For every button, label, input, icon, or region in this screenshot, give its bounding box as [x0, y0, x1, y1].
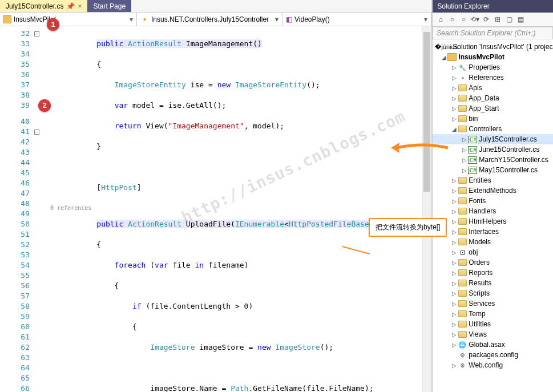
tree-item[interactable]: ▷Entities	[433, 175, 553, 185]
folder-icon	[458, 259, 467, 266]
tree-item[interactable]: ▷References	[433, 72, 553, 83]
chevron-down-icon: ▾	[275, 15, 278, 23]
folder-icon	[458, 269, 467, 276]
folder-icon	[458, 228, 467, 235]
tree-item[interactable]: ▷Orders	[433, 257, 553, 268]
tree-item[interactable]: ▷Fonts	[433, 196, 553, 206]
tree-item[interactable]: ▷HtmlHelpers	[433, 216, 553, 227]
folder-icon	[458, 197, 467, 204]
solution-toolbar: ⌂ ○ ○ ⟲▾ ⟳ ⊞ ▢ ▤	[433, 13, 553, 27]
cs-icon: C#	[468, 167, 477, 174]
tree-item[interactable]: ▷Handlers	[433, 206, 553, 216]
tree-file[interactable]: packages.config	[433, 350, 553, 360]
nav-namespace[interactable]: InsusMvcPilot▾	[0, 13, 137, 26]
tree-item[interactable]: ▷Results	[433, 278, 553, 288]
tree-file[interactable]: ▷C#May15Controller.cs	[433, 165, 553, 175]
line-gutter: 3233343536373839404142434445464748495051…	[0, 26, 34, 392]
folder-icon	[458, 310, 467, 317]
folder-icon	[458, 280, 467, 286]
nav-method[interactable]: ◧VideoPlay()▾	[282, 13, 431, 26]
refresh-icon[interactable]: ⟳	[482, 15, 491, 24]
collapse-icon[interactable]: ⊞	[493, 15, 502, 24]
solution-node[interactable]: �júniusSolution 'InsusMvcPilot' (1 proje…	[433, 42, 553, 52]
forward-icon[interactable]: ○	[459, 15, 468, 24]
tree-file[interactable]: ▷Web.config	[433, 360, 553, 370]
tree-item[interactable]: ▷Utilities	[433, 319, 553, 329]
solution-tree: �júniusSolution 'InsusMvcPilot' (1 proje…	[433, 39, 553, 392]
codelens-refs[interactable]: 0 references	[50, 203, 91, 213]
tree-item[interactable]: ▷App_Data	[433, 93, 553, 103]
folder-icon	[458, 290, 467, 297]
folder-icon	[458, 177, 467, 184]
folder-icon	[458, 208, 467, 215]
vertical-scrollbar[interactable]	[422, 26, 431, 392]
code-editor[interactable]: public ActionResult ImageManagement() { …	[34, 26, 431, 392]
solution-explorer-title: Solution Explorer	[433, 0, 553, 13]
tab-bar: July15Controller.cs📌× Start Page	[0, 0, 431, 13]
folder-icon	[458, 126, 467, 132]
asax-icon: 🌐	[458, 341, 467, 349]
tree-item[interactable]: ▷Apis	[433, 83, 553, 93]
cs-icon: C#	[468, 146, 477, 153]
class-icon: 🔸	[140, 15, 149, 23]
scroll-thumb[interactable]	[423, 32, 430, 192]
tree-item[interactable]: ▷⊡obj	[433, 247, 553, 257]
namespace-icon	[3, 15, 11, 23]
tab-start-page[interactable]: Start Page	[87, 0, 131, 12]
folder-icon	[458, 84, 467, 91]
folder-icon	[458, 115, 467, 122]
folder-icon	[458, 95, 467, 102]
folder-icon	[458, 239, 467, 245]
references-icon	[458, 75, 467, 80]
tree-item[interactable]: ▷App_Start	[433, 103, 553, 114]
tree-item[interactable]: ▷bin	[433, 114, 553, 124]
nav-bar: InsusMvcPilot▾ 🔸Insus.NET.Controllers.Ju…	[0, 13, 431, 26]
properties-icon[interactable]: ▤	[516, 15, 525, 24]
project-icon	[447, 53, 457, 61]
nav-class[interactable]: 🔸Insus.NET.Controllers.July15Controller▾	[137, 13, 282, 26]
chevron-down-icon: ▾	[424, 15, 427, 23]
tree-item[interactable]: ▷Interfaces	[433, 227, 553, 237]
pin-icon[interactable]: 📌	[66, 2, 75, 10]
chevron-down-icon: ▾	[130, 15, 133, 23]
sync-icon[interactable]: ⟲▾	[470, 15, 479, 24]
tree-item[interactable]: ▷Temp	[433, 309, 553, 319]
annotation-marker-1: 1	[47, 18, 59, 31]
folder-icon	[458, 105, 467, 112]
tree-item[interactable]: ▷Views	[433, 329, 553, 340]
tree-item-controllers[interactable]: ◢Controllers	[433, 124, 553, 134]
folder-icon	[458, 187, 467, 194]
annotation-marker-2: 2	[38, 99, 51, 112]
back-icon[interactable]: ○	[447, 15, 457, 24]
tree-item[interactable]: ▷Services	[433, 298, 553, 309]
tree-item[interactable]: ▷Properties	[433, 62, 553, 72]
showall-icon[interactable]: ▢	[504, 15, 514, 24]
config-icon	[458, 352, 467, 358]
home-icon[interactable]: ⌂	[436, 15, 445, 24]
cs-icon: C#	[468, 136, 477, 143]
folder-icon	[458, 331, 467, 338]
solution-search[interactable]: Search Solution Explorer (Ctrl+;)	[433, 27, 553, 39]
tree-file[interactable]: ▷🌐Global.asax	[433, 340, 553, 350]
cs-icon: C#	[468, 156, 477, 164]
callout-annotation: 把文件流转换为byte[]	[369, 218, 447, 237]
tree-item[interactable]: ▷Scripts	[433, 288, 553, 298]
folder-icon	[458, 300, 467, 307]
obj-icon: ⊡	[458, 249, 467, 256]
tree-item[interactable]: ▷Models	[433, 237, 553, 247]
tree-item[interactable]: ▷Reports	[433, 268, 553, 278]
tree-item[interactable]: ▷ExtendMethods	[433, 185, 553, 196]
wrench-icon	[458, 64, 467, 71]
config-icon	[458, 362, 467, 369]
close-icon[interactable]: ×	[78, 2, 82, 10]
project-node[interactable]: ◢InsusMvcPilot	[433, 52, 553, 62]
method-icon: ◧	[286, 15, 292, 23]
arrow-annotation	[388, 139, 451, 158]
folder-icon	[458, 218, 467, 225]
folder-icon	[458, 321, 467, 328]
tab-active[interactable]: July15Controller.cs📌×	[0, 0, 87, 12]
